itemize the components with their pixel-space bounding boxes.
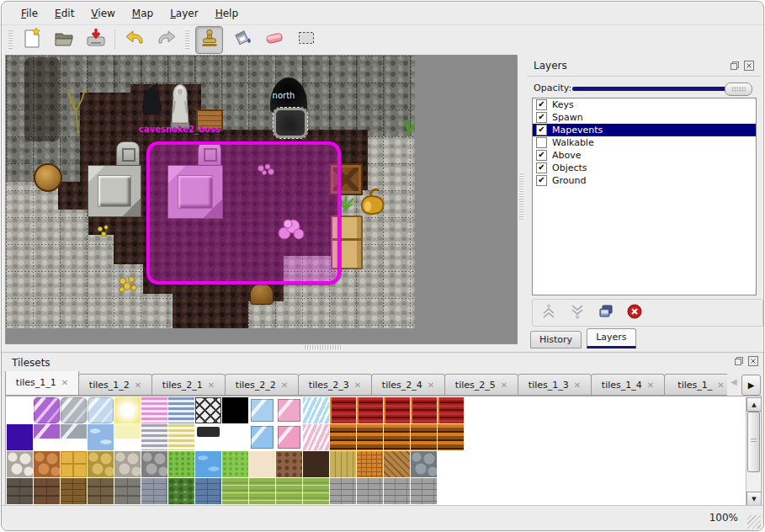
layer-row-above[interactable]: ✔Above (533, 149, 756, 162)
palette-tile[interactable] (114, 478, 141, 504)
opacity-slider[interactable] (572, 82, 752, 95)
palette-tile[interactable] (249, 397, 275, 423)
palette-tile[interactable] (303, 424, 329, 450)
palette-tile[interactable] (61, 451, 87, 477)
palette-tile[interactable] (114, 397, 141, 423)
scrollbar-thumb[interactable] (747, 412, 760, 472)
palette-tile[interactable] (141, 397, 167, 423)
palette-tile[interactable] (195, 478, 221, 504)
palette-tile[interactable] (7, 424, 33, 450)
tab-close-icon[interactable]: ✕ (501, 380, 507, 390)
horizontal-splitter[interactable] (5, 343, 523, 352)
palette-tile[interactable] (34, 397, 60, 423)
palette-tile[interactable] (276, 451, 302, 477)
float-panel-button[interactable] (733, 356, 744, 367)
palette-tile[interactable] (330, 478, 356, 504)
tab-close-icon[interactable]: ✕ (208, 380, 215, 390)
palette-tile[interactable] (88, 478, 114, 504)
vertical-splitter[interactable] (516, 55, 527, 343)
palette-tile[interactable] (411, 397, 437, 423)
opacity-slider-handle[interactable] (725, 82, 752, 96)
tileset-tab-tiles_2_5[interactable]: tiles_2_5✕ (444, 374, 518, 396)
dock-tab-layers[interactable]: Layers (587, 328, 635, 348)
layer-row-walkable[interactable]: Walkable (533, 136, 756, 149)
float-panel-button[interactable] (729, 61, 740, 72)
tileset-tab-tiles_1_2[interactable]: tiles_1_2✕ (78, 374, 152, 396)
toolbar-drag-handle[interactable] (8, 29, 13, 50)
palette-tile[interactable] (195, 397, 221, 423)
delete-layer-button[interactable] (625, 304, 644, 322)
tileset-tab-tiles_2_3[interactable]: tiles_2_3✕ (298, 374, 372, 396)
layer-visible-checkbox[interactable]: ✔ (536, 99, 547, 110)
map-viewport[interactable]: cavesnake2_boss north (5, 55, 518, 344)
palette-tile[interactable] (438, 451, 464, 477)
raise-layer-button[interactable] (539, 304, 558, 322)
palette-tile[interactable] (34, 424, 60, 450)
cave-entrance-hole-selected[interactable] (274, 108, 307, 138)
palette-tile[interactable] (7, 451, 33, 477)
palette-tile[interactable] (141, 478, 167, 504)
palette-tile[interactable] (61, 478, 87, 504)
tileset-tab-tiles_1_3[interactable]: tiles_1_3✕ (518, 374, 592, 396)
palette-tile[interactable] (303, 451, 329, 477)
redo-button[interactable] (153, 27, 179, 53)
close-panel-button[interactable] (743, 61, 754, 72)
palette-scrollbar[interactable]: ▲ ▼ (746, 397, 760, 506)
layer-row-ground[interactable]: ✔Ground (533, 174, 756, 187)
layer-row-keys[interactable]: ✔Keys (533, 98, 756, 111)
layer-visible-checkbox[interactable] (536, 137, 547, 148)
palette-tile[interactable] (168, 451, 194, 477)
palette-tile[interactable] (34, 451, 60, 477)
palette-tile[interactable] (222, 451, 248, 477)
tileset-tab-tiles_1_[interactable]: tiles_1_✕ (664, 374, 727, 396)
open-file-button[interactable] (50, 27, 77, 53)
scroll-up-button[interactable]: ▲ (746, 397, 762, 412)
selection-rectangle[interactable] (146, 141, 341, 285)
tileset-tab-tiles_2_4[interactable]: tiles_2_4✕ (371, 374, 445, 396)
palette-tile[interactable] (195, 424, 221, 450)
menu-map[interactable]: Map (125, 5, 161, 22)
tileset-tab-tiles_1_4[interactable]: tiles_1_4✕ (591, 374, 665, 396)
new-file-button[interactable] (19, 27, 45, 53)
tab-close-icon[interactable]: ✕ (717, 380, 724, 390)
tab-scroll-right-button[interactable]: ▶ (741, 375, 761, 396)
palette-tile[interactable] (141, 451, 167, 477)
splitter-grip[interactable] (304, 345, 343, 349)
palette-tile[interactable] (330, 424, 356, 450)
palette-tile[interactable] (168, 424, 194, 450)
palette-tile[interactable] (141, 424, 167, 450)
rect-select-tool-button[interactable] (293, 27, 319, 53)
dock-tab-history[interactable]: History (530, 331, 582, 348)
palette-tile[interactable] (411, 478, 437, 504)
eraser-tool-button[interactable] (261, 27, 287, 53)
map-canvas[interactable]: cavesnake2_boss north (6, 56, 415, 328)
palette-tile[interactable] (249, 478, 275, 504)
palette-tile[interactable] (357, 424, 383, 450)
tileset-tab-tiles_2_2[interactable]: tiles_2_2✕ (225, 374, 299, 396)
palette-tile[interactable] (330, 451, 356, 477)
palette-tile[interactable] (411, 424, 437, 450)
tab-close-icon[interactable]: ✕ (647, 380, 654, 390)
palette-tile[interactable] (384, 397, 410, 423)
layer-visible-checkbox[interactable]: ✔ (536, 125, 547, 136)
palette-tile[interactable] (249, 424, 275, 450)
palette-tile[interactable] (61, 397, 87, 423)
palette-tile[interactable] (357, 397, 383, 423)
palette-tile[interactable] (88, 397, 114, 423)
layer-visible-checkbox[interactable]: ✔ (536, 162, 547, 173)
menu-help[interactable]: Help (208, 5, 246, 22)
palette-tile[interactable] (88, 424, 114, 450)
resize-grip[interactable] (747, 515, 761, 529)
tab-close-icon[interactable]: ✕ (61, 378, 68, 387)
layer-row-mapevents[interactable]: ✔Mapevents (533, 124, 756, 136)
layer-row-spawn[interactable]: ✔Spawn (533, 111, 756, 124)
tab-close-icon[interactable]: ✕ (428, 380, 434, 390)
palette-tile[interactable] (7, 397, 33, 423)
palette-tile[interactable] (114, 451, 141, 477)
tab-scroll-left-icon[interactable]: ◀ (730, 377, 737, 386)
palette-tile[interactable] (357, 478, 383, 504)
palette-tile[interactable] (195, 451, 221, 477)
tab-close-icon[interactable]: ✕ (354, 380, 361, 390)
palette-tile[interactable] (276, 424, 302, 450)
tab-close-icon[interactable]: ✕ (574, 380, 581, 390)
